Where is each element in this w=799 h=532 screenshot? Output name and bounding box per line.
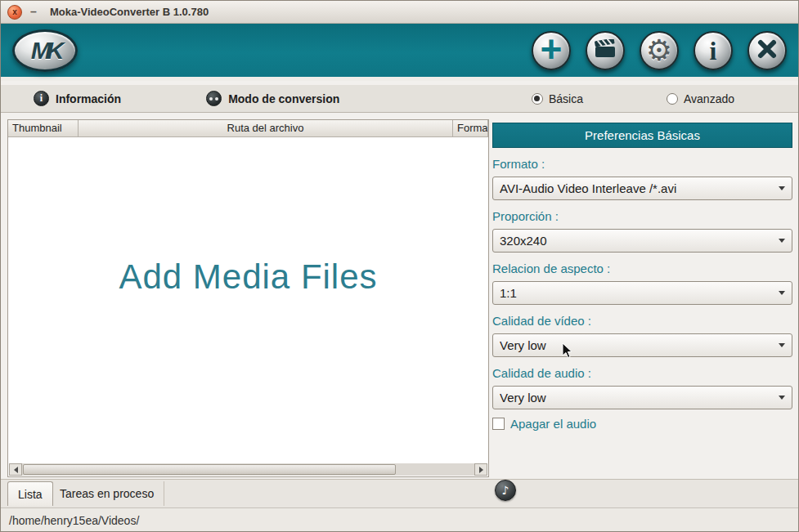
app-header: MK + ⚙ i (1, 24, 798, 81)
horizontal-scrollbar[interactable] (9, 463, 487, 476)
tab-tasks-in-progress[interactable]: Tareas en proceso (50, 481, 164, 506)
audio-quality-label: Calidad de audio : (492, 366, 792, 380)
mode-radio-group: Básica Avanzado (532, 92, 798, 105)
chevron-down-icon (779, 239, 785, 243)
video-quality-value: Very low (500, 338, 779, 352)
info-icon: i (710, 38, 717, 64)
tab-list[interactable]: Lista (7, 481, 53, 506)
radio-advanced[interactable]: Avanzado (667, 92, 734, 105)
format-label: Formato : (492, 157, 792, 171)
chevron-down-icon (779, 186, 785, 190)
radio-basic[interactable]: Básica (532, 92, 583, 105)
audio-off-checkbox[interactable] (492, 418, 505, 430)
left-arrow-icon (14, 467, 18, 473)
info-orb-icon: i (34, 91, 49, 106)
right-arrow-icon (479, 467, 483, 473)
table-header-row: Thumbnail Ruta del archivo Formato (8, 120, 488, 137)
chevron-down-icon (779, 291, 785, 295)
clapperboard-icon (594, 39, 617, 62)
menu-item-conversion-mode[interactable]: Modo de conversion (206, 91, 339, 106)
column-header-file-path[interactable]: Ruta del archivo (79, 120, 453, 136)
proportion-field-group: Proporción : 320x240 (492, 209, 792, 253)
tab-tasks-label: Tareas en proceso (60, 487, 154, 500)
add-media-button[interactable]: + (532, 31, 571, 70)
format-value: AVI-Audio Video Interleave /*.avi (500, 181, 779, 195)
aspect-ratio-select[interactable]: 1:1 (492, 281, 792, 305)
logo-text: MK (31, 37, 60, 65)
close-x-icon (756, 38, 778, 63)
minimize-icon: – (30, 5, 37, 18)
window-close-button[interactable]: x (7, 5, 22, 20)
proportion-select[interactable]: 320x240 (492, 229, 792, 253)
audio-off-label: Apagar el audio (510, 417, 596, 431)
proportion-value: 320x240 (500, 234, 779, 248)
radio-basic-circle (532, 93, 543, 105)
scrollbar-thumb[interactable] (23, 464, 396, 475)
titlebar: x – Moka-VideoConverter B 1.0.780 (1, 1, 798, 24)
radio-advanced-circle (667, 93, 678, 105)
menu-item-information[interactable]: i Información (34, 91, 121, 106)
media-file-table: Thumbnail Ruta del archivo Formato Add M… (7, 119, 489, 477)
window-title: Moka-VideoConverter B 1.0.780 (50, 6, 209, 18)
column-header-format[interactable]: Formato (453, 120, 488, 136)
menu-information-label: Información (56, 92, 121, 105)
video-quality-field-group: Calidad de vídeo : Very low (492, 314, 792, 357)
header-toolbar: + ⚙ i (532, 31, 787, 70)
proportion-label: Proporción : (492, 209, 792, 223)
settings-button[interactable]: ⚙ (640, 31, 679, 70)
chevron-down-icon (779, 343, 785, 347)
empty-state-text: Add Media Files (8, 257, 488, 297)
audio-off-row: Apagar el audio (492, 417, 792, 431)
gear-icon: ⚙ (646, 36, 672, 65)
current-path: /home/henry15ea/Videos/ (9, 514, 139, 527)
scroll-right-button[interactable] (474, 463, 487, 476)
app-logo: MK (12, 29, 78, 72)
window-minimize-button[interactable]: – (25, 5, 42, 20)
video-quality-select[interactable]: Very low (492, 333, 792, 357)
audio-quality-select[interactable]: Very low (492, 386, 792, 409)
plus-icon: + (541, 33, 563, 65)
scroll-left-button[interactable] (9, 463, 22, 476)
radio-basic-label: Básica (549, 92, 583, 105)
aspect-ratio-label: Relacion de aspecto : (492, 262, 792, 275)
close-icon: x (12, 8, 17, 16)
menu-conversion-label: Modo de conversion (228, 92, 339, 105)
audio-toggle-button[interactable]: ♪ (495, 480, 516, 501)
tab-list-label: Lista (18, 488, 43, 501)
quit-button[interactable] (747, 31, 787, 70)
audio-quality-field-group: Calidad de audio : Very low (492, 366, 792, 409)
audio-quality-value: Very low (500, 391, 779, 405)
format-select[interactable]: AVI-Audio Video Interleave /*.avi (492, 177, 792, 200)
conversion-mode-icon (206, 91, 222, 106)
chevron-down-icon (779, 396, 785, 400)
format-field-group: Formato : AVI-Audio Video Interleave /*.… (492, 157, 792, 200)
info-button[interactable]: i (694, 31, 733, 70)
bottom-tabs-bar: Lista Tareas en proceso (1, 479, 798, 507)
statusbar: /home/henry15ea/Videos/ (1, 507, 798, 532)
radio-advanced-label: Avanzado (684, 92, 734, 105)
aspect-ratio-field-group: Relacion de aspecto : 1:1 (492, 262, 792, 305)
video-quality-label: Calidad de vídeo : (492, 314, 792, 328)
column-header-thumbnail[interactable]: Thumbnail (8, 120, 79, 136)
convert-button[interactable] (586, 31, 625, 70)
menubar: i Información Modo de conversion Básica … (1, 85, 798, 113)
music-note-icon: ♪ (502, 484, 509, 497)
aspect-ratio-value: 1:1 (500, 286, 779, 300)
app-window: x – Moka-VideoConverter B 1.0.780 MK + (0, 0, 799, 532)
basic-preferences-panel: Preferencias Básicas Formato : AVI-Audio… (492, 123, 792, 431)
preferences-panel-title: Preferencias Básicas (492, 123, 792, 148)
